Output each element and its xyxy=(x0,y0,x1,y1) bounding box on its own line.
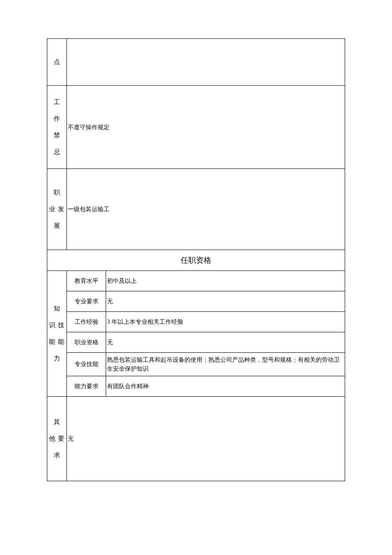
table-row: 专业要求 无 xyxy=(47,291,345,312)
value-skill: 熟悉包装运输工具和起吊设备的使用；熟悉公司产品种类，型号和规格；有相关的劳动卫生… xyxy=(106,353,345,376)
row-label-other: 其他 要求 xyxy=(47,397,67,481)
value-major: 无 xyxy=(106,291,345,312)
table-row: 能力要求 有团队合作精神 xyxy=(47,376,345,397)
table-row: 知识 技能 能力 教育水平 初中及以上 xyxy=(47,271,345,291)
value-other: 无 xyxy=(67,397,345,481)
value-edu: 初中及以上 xyxy=(106,271,345,291)
row-label-taboo: 工作禁忌 xyxy=(47,86,67,169)
row-label-career: 职业 发展 xyxy=(47,169,67,250)
table-row: 职业资格 无 xyxy=(47,332,345,353)
section-header-row: 任职资格 xyxy=(47,250,345,271)
table-row: 专业技能 熟悉包装运输工具和起吊设备的使用；熟悉公司产品种类，型号和规格；有相关… xyxy=(47,353,345,376)
sub-label-exp: 工作经验 xyxy=(67,312,106,332)
row-label-dian: 点 xyxy=(47,39,67,86)
value-exp: 3 年以上本专业相关工作经脸 xyxy=(106,312,345,332)
sub-label-skill: 专业技能 xyxy=(67,353,106,376)
table-row: 其他 要求 无 xyxy=(47,397,345,481)
job-spec-table: 点 工作禁忌 不遵守操作规定 职业 发展 一级包装运输工 任职资格 知识 技能 … xyxy=(47,38,345,481)
value-cert: 无 xyxy=(106,332,345,353)
sub-label-edu: 教育水平 xyxy=(67,271,106,291)
section-header: 任职资格 xyxy=(47,250,345,271)
table-row: 工作经验 3 年以上本专业相关工作经脸 xyxy=(47,312,345,332)
row-content xyxy=(67,39,345,86)
sub-label-major: 专业要求 xyxy=(67,291,106,312)
sub-label-ability: 能力要求 xyxy=(67,376,106,397)
table-row: 工作禁忌 不遵守操作规定 xyxy=(47,86,345,169)
value-ability: 有团队合作精神 xyxy=(106,376,345,397)
sub-label-cert: 职业资格 xyxy=(67,332,106,353)
row-content-career: 一级包装运输工 xyxy=(67,169,345,250)
row-content-taboo: 不遵守操作规定 xyxy=(67,86,345,169)
table-row: 职业 发展 一级包装运输工 xyxy=(47,169,345,250)
table-row: 点 xyxy=(47,39,345,86)
row-label-knowledge: 知识 技能 能力 xyxy=(47,271,67,397)
